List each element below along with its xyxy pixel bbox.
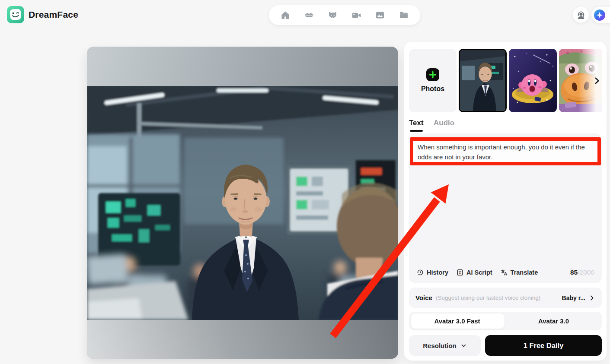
script-editor[interactable]: When something is important enough, you …: [409, 133, 602, 283]
script-toolbar: History AI AI Script Translate: [409, 262, 602, 283]
home-icon[interactable]: [279, 9, 291, 21]
chevron-right-icon: [593, 76, 601, 85]
folder-icon[interactable]: [398, 9, 410, 21]
script-textarea[interactable]: When something is important enough, you …: [418, 142, 593, 162]
resolution-dropdown[interactable]: Resolution: [409, 335, 481, 356]
brand-name: DreamFace: [29, 9, 78, 20]
image-icon[interactable]: [374, 9, 386, 21]
svg-text:AI: AI: [459, 272, 461, 275]
mode-avatar-3-fast[interactable]: Avatar 3.0 Fast: [409, 312, 505, 330]
video-camera-icon[interactable]: [350, 9, 362, 21]
credits-sparkle-icon: [594, 9, 606, 21]
add-photo-label: Photos: [421, 85, 444, 93]
photo-thumbnail-kirby[interactable]: [509, 49, 557, 112]
plus-icon: [426, 68, 439, 81]
video-preview: [87, 47, 398, 359]
voice-selector[interactable]: Voice (Suggest using our lastest voice c…: [409, 288, 602, 308]
chevron-down-icon: [460, 342, 467, 349]
dreamface-logo-icon: [7, 6, 24, 23]
history-button[interactable]: History: [416, 269, 448, 276]
active-tab-underline: [410, 130, 423, 132]
composer-panel: Photos: [404, 42, 607, 361]
dreamface-app: DreamFace: [0, 0, 610, 364]
photos-scroll-next-button[interactable]: [591, 75, 603, 86]
add-photo-button[interactable]: Photos: [409, 49, 457, 112]
credits-button[interactable]: [591, 7, 610, 23]
char-counter: 85/2000: [570, 269, 594, 276]
mode-avatar-3[interactable]: Avatar 3.0: [505, 312, 602, 330]
photo-thumbnail-man-selected[interactable]: [459, 49, 507, 112]
support-agent-icon: [576, 10, 586, 20]
translate-button[interactable]: Translate: [500, 269, 538, 276]
avatar-mode-toggle: Avatar 3.0 Fast Avatar 3.0: [409, 312, 602, 330]
main-nav: [269, 5, 420, 25]
annotation-highlight-box: When something is important enough, you …: [410, 137, 601, 165]
chevron-right-icon: [588, 294, 595, 301]
support-button[interactable]: [573, 7, 589, 23]
avatar-video-frame: [87, 86, 398, 320]
ai-script-button[interactable]: AI AI Script: [456, 269, 492, 276]
preview-bottom-gradient: [87, 320, 398, 359]
ai-script-icon: AI: [456, 269, 464, 276]
lips-icon[interactable]: [303, 9, 315, 21]
tab-audio[interactable]: Audio: [434, 119, 454, 127]
history-icon: [416, 269, 424, 276]
cat-icon[interactable]: [327, 9, 339, 21]
generate-button[interactable]: 1 Free Daily: [485, 335, 602, 356]
tab-text[interactable]: Text: [409, 119, 424, 127]
brand-logo[interactable]: DreamFace: [7, 6, 78, 23]
preview-top-gradient: [87, 47, 398, 86]
translate-icon: [500, 269, 508, 276]
